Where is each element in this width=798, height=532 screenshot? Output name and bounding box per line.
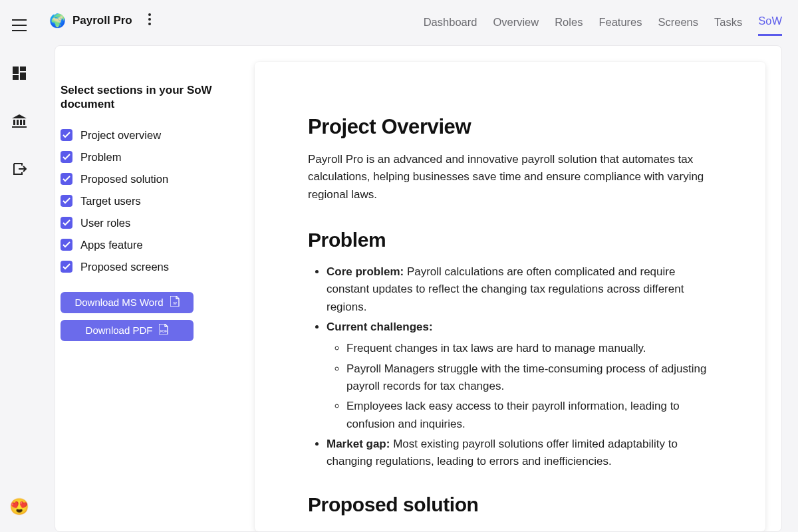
svg-point-9 [148,13,151,16]
overview-body: Payroll Pro is an advanced and innovativ… [308,151,712,203]
bank-icon[interactable] [11,113,27,129]
checkbox-project-overview[interactable]: Project overview [61,129,239,142]
sidebar-heading: Select sections in your SoW document [61,83,239,112]
svg-rect-2 [13,75,19,80]
checkbox-icon [61,173,72,185]
button-label: Download MS Word [74,297,163,308]
section-heading-problem: Problem [308,229,712,251]
checkbox-icon [61,195,72,207]
svg-rect-3 [20,72,26,80]
svg-rect-1 [20,66,26,71]
solution-list: Core solution: Payroll Pro automates the… [308,528,712,531]
checkbox-label: Problem [80,151,121,164]
problem-list: Core problem: Payroll calculations are o… [308,263,712,471]
checkbox-apps-feature[interactable]: Apps feature [61,239,239,251]
section-heading-solution: Proposed solution [308,493,712,516]
svg-rect-6 [20,120,22,125]
app-name: Payroll Pro [72,14,132,27]
svg-rect-7 [23,120,25,125]
exit-icon[interactable] [11,161,27,177]
challenges-sublist: Frequent changes in tax laws are hard to… [327,340,712,433]
dashboard-icon[interactable] [11,65,27,81]
app-logo-icon: 🌍 [49,13,66,29]
checkbox-icon [61,239,72,251]
sow-document: Project Overview Payroll Pro is an advan… [255,62,765,531]
main-area: 🌍 Payroll Pro Dashboard Overview Roles F… [39,0,798,532]
more-options-icon[interactable] [148,13,151,28]
section-checkbox-list: Project overview Problem Proposed soluti… [61,129,239,273]
content-shell: Select sections in your SoW document Pro… [39,41,798,532]
left-rail: 😍 [0,0,39,532]
checkbox-icon [61,151,72,163]
item-label: Core problem: [327,265,404,278]
content-frame: Select sections in your SoW document Pro… [55,45,782,532]
checkbox-problem[interactable]: Problem [61,151,239,164]
list-item: Frequent changes in tax laws are hard to… [346,340,712,357]
download-pdf-button[interactable]: Download PDF PDF [61,320,194,341]
tab-sow[interactable]: SoW [758,15,782,36]
list-item: Core problem: Payroll calculations are o… [327,263,712,316]
feedback-emoji-button[interactable]: 😍 [9,497,29,516]
checkbox-label: Project overview [80,129,161,142]
pdf-file-icon: PDF [159,324,168,336]
word-file-icon: W [170,296,180,309]
checkbox-label: User roles [80,217,130,229]
button-label: Download PDF [86,325,153,336]
list-item: Core solution: Payroll Pro automates the… [327,528,712,531]
list-item: Market gap: Most existing payroll soluti… [327,436,712,471]
tab-tasks[interactable]: Tasks [714,16,742,35]
checkbox-label: Proposed screens [80,261,169,273]
list-item: Employees lack easy access to their payr… [346,398,712,433]
svg-point-10 [148,18,151,21]
list-item: Current challenges: Frequent changes in … [327,319,712,433]
item-label: Current challenges: [327,321,433,333]
svg-rect-5 [17,120,19,125]
svg-point-11 [148,23,151,25]
section-heading-overview: Project Overview [308,115,712,139]
tab-dashboard[interactable]: Dashboard [424,16,477,35]
checkbox-proposed-solution[interactable]: Proposed solution [61,173,239,186]
tab-screens[interactable]: Screens [658,16,699,35]
svg-text:W: W [173,301,177,305]
hamburger-menu-icon[interactable] [11,17,27,33]
nav-tabs: Dashboard Overview Roles Features Screen… [424,15,782,27]
svg-rect-4 [13,120,15,125]
tab-features[interactable]: Features [598,16,642,35]
svg-rect-0 [13,66,19,74]
checkbox-proposed-screens[interactable]: Proposed screens [61,261,239,273]
download-word-button[interactable]: Download MS Word W [61,292,194,313]
svg-text:PDF: PDF [160,329,167,333]
checkbox-user-roles[interactable]: User roles [61,217,239,229]
svg-rect-8 [12,126,27,128]
checkbox-icon [61,217,72,229]
checkbox-label: Target users [80,195,141,207]
item-label: Market gap: [327,438,390,450]
sections-sidebar: Select sections in your SoW document Pro… [61,62,239,531]
item-label: Core solution: [327,530,403,531]
checkbox-icon [61,261,72,273]
checkbox-label: Apps feature [80,239,143,251]
checkbox-target-users[interactable]: Target users [61,195,239,207]
tab-overview[interactable]: Overview [493,16,539,35]
list-item: Payroll Managers struggle with the time-… [346,360,712,396]
top-header: 🌍 Payroll Pro Dashboard Overview Roles F… [39,0,798,41]
checkbox-icon [61,129,72,141]
checkbox-label: Proposed solution [80,173,168,186]
tab-roles[interactable]: Roles [555,16,583,35]
